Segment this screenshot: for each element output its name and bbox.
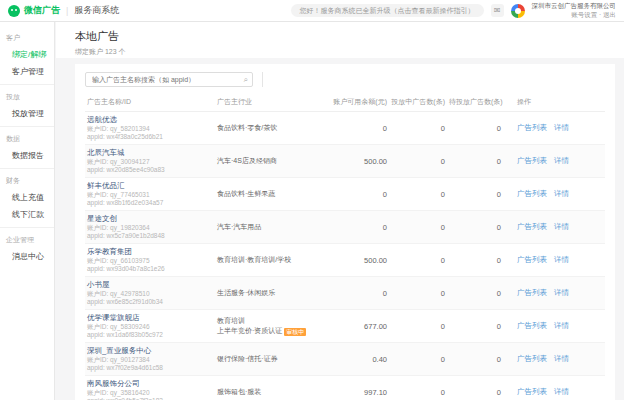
advertiser-appid: appid: wx8b1f6d2e034a57 bbox=[87, 199, 213, 207]
content-card: ⌕ 广告主名称/ID 广告主行业 账户可用余额(元) 投放中广告数(条) 待投放… bbox=[75, 64, 615, 400]
advertiser-account-id: 账户ID: qy_42978510 bbox=[87, 290, 213, 298]
advertiser-cell: 深圳_置业服务中心 账户ID: qy_90127384 appid: wx7f0… bbox=[85, 343, 215, 376]
running-cell: 0 bbox=[389, 343, 447, 376]
advertiser-name[interactable]: 南风服饰分公司 bbox=[87, 379, 213, 389]
detail-link[interactable]: 详情 bbox=[554, 123, 569, 132]
envelope-icon[interactable]: ✉ bbox=[491, 4, 504, 17]
ad-list-link[interactable]: 广告列表 bbox=[517, 354, 547, 363]
account-links[interactable]: 账号设置 · 退出 bbox=[532, 11, 617, 19]
industry-label: 教育培训·教育培训/学校 bbox=[217, 255, 325, 264]
detail-link[interactable]: 详情 bbox=[554, 387, 569, 396]
ad-list-link[interactable]: 广告列表 bbox=[517, 156, 547, 165]
sidebar-item[interactable]: 线下汇款 bbox=[0, 206, 54, 223]
balance-cell: 0 bbox=[327, 178, 389, 211]
detail-link[interactable]: 详情 bbox=[554, 354, 569, 363]
actions-cell: 广告列表详情 bbox=[503, 178, 605, 211]
ad-list-link[interactable]: 广告列表 bbox=[517, 123, 547, 132]
sidebar-section-label: 客户 bbox=[0, 31, 54, 46]
advertiser-account-id: 账户ID: qy_66103975 bbox=[87, 257, 213, 265]
pending-cell: 0 bbox=[447, 376, 503, 400]
brand-divider: | bbox=[66, 6, 68, 16]
advertiser-name[interactable]: 小书屋 bbox=[87, 280, 213, 290]
running-cell: 0 bbox=[389, 112, 447, 145]
account-info[interactable]: 深圳市云创广告服务有限公司 账号设置 · 退出 bbox=[532, 2, 617, 18]
advertiser-account-id: 账户ID: qy_90127384 bbox=[87, 356, 213, 364]
advertiser-cell: 北辰汽车城 账户ID: qy_30094127 appid: wx20d85ee… bbox=[85, 145, 215, 178]
advertiser-account-id: 账户ID: qy_77465031 bbox=[87, 191, 213, 199]
search-input[interactable] bbox=[90, 75, 244, 84]
detail-link[interactable]: 详情 bbox=[554, 288, 569, 297]
ad-list-link[interactable]: 广告列表 bbox=[517, 189, 547, 198]
sidebar-item[interactable]: 消息中心 bbox=[0, 248, 54, 265]
detail-link[interactable]: 详情 bbox=[554, 321, 569, 330]
notice-banner[interactable]: 您好！服务商系统已全新升级（点击查看最新操作指引） bbox=[291, 4, 484, 17]
sidebar-section: 企业管理 消息中心 bbox=[0, 227, 54, 269]
running-cell: 0 bbox=[389, 376, 447, 400]
detail-link[interactable]: 详情 bbox=[554, 156, 569, 165]
brand[interactable]: 微信广告 | 服务商系统 bbox=[8, 4, 119, 17]
advertiser-appid: appid: wx4f38a0c25d6b21 bbox=[87, 133, 213, 141]
search-box[interactable]: ⌕ bbox=[85, 72, 253, 87]
detail-link[interactable]: 详情 bbox=[554, 222, 569, 231]
balance-cell: 0.40 bbox=[327, 343, 389, 376]
sidebar-section: 客户 绑定/解绑 客户管理 bbox=[0, 26, 54, 84]
advertiser-name[interactable]: 优学课堂旗舰店 bbox=[87, 313, 213, 323]
sidebar-item[interactable]: 线上充值 bbox=[0, 189, 54, 206]
balance-cell: 500.00 bbox=[327, 145, 389, 178]
system-name: 服务商系统 bbox=[74, 4, 119, 17]
advertiser-cell: 鲜丰优品汇 账户ID: qy_77465031 appid: wx8b1f6d2… bbox=[85, 178, 215, 211]
avatar[interactable] bbox=[511, 4, 525, 18]
advertiser-account-id: 账户ID: qy_58201394 bbox=[87, 125, 213, 133]
advertiser-name[interactable]: 北辰汽车城 bbox=[87, 148, 213, 158]
search-icon[interactable]: ⌕ bbox=[244, 76, 248, 84]
actions-cell: 广告列表详情 bbox=[503, 310, 605, 343]
running-cell: 0 bbox=[389, 145, 447, 178]
advertiser-cell: 星途文创 账户ID: qy_19820364 appid: wx5c7a90e1… bbox=[85, 211, 215, 244]
table-row: 星途文创 账户ID: qy_19820364 appid: wx5c7a90e1… bbox=[85, 211, 605, 244]
sidebar-item[interactable]: 客户管理 bbox=[0, 63, 54, 80]
page-subtitle: 绑定账户 123 个 bbox=[75, 47, 624, 57]
ad-list-link[interactable]: 广告列表 bbox=[517, 387, 547, 396]
industry-label: 银行保险·信托·证券 bbox=[217, 354, 325, 363]
table-row: 乐学教育集团 账户ID: qy_66103975 appid: wx93d04b… bbox=[85, 244, 605, 277]
sidebar-item[interactable]: 绑定/解绑 bbox=[0, 46, 54, 63]
industry-cell: 汽车·4S店及经销商 bbox=[215, 145, 327, 178]
detail-link[interactable]: 详情 bbox=[554, 255, 569, 264]
table-row: 北辰汽车城 账户ID: qy_30094127 appid: wx20d85ee… bbox=[85, 145, 605, 178]
industry-cell: 食品饮料·零食/茶饮 bbox=[215, 112, 327, 145]
advertiser-account-id: 账户ID: qy_30094127 bbox=[87, 158, 213, 166]
advertiser-appid: appid: wx1da6f83b05c972 bbox=[87, 331, 213, 339]
ad-list-link[interactable]: 广告列表 bbox=[517, 321, 547, 330]
ad-list-link[interactable]: 广告列表 bbox=[517, 288, 547, 297]
detail-link[interactable]: 详情 bbox=[554, 189, 569, 198]
pending-cell: 0 bbox=[447, 343, 503, 376]
ad-list-link[interactable]: 广告列表 bbox=[517, 222, 547, 231]
actions-cell: 广告列表详情 bbox=[503, 244, 605, 277]
advertiser-name[interactable]: 乐学教育集团 bbox=[87, 247, 213, 257]
running-cell: 0 bbox=[389, 310, 447, 343]
advertiser-cell: 优学课堂旗舰店 账户ID: qy_58309246 appid: wx1da6f… bbox=[85, 310, 215, 343]
industry-label: 食品饮料·生鲜果蔬 bbox=[217, 189, 325, 198]
advertiser-name[interactable]: 星途文创 bbox=[87, 214, 213, 224]
balance-cell: 0 bbox=[327, 211, 389, 244]
actions-cell: 广告列表详情 bbox=[503, 277, 605, 310]
advertiser-appid: appid: wx6e85c2f91d0b34 bbox=[87, 298, 213, 306]
advertiser-name[interactable]: 鲜丰优品汇 bbox=[87, 181, 213, 191]
advertiser-name[interactable]: 深圳_置业服务中心 bbox=[87, 346, 213, 356]
advertiser-appid: appid: wx20d85ee4c90a83 bbox=[87, 166, 213, 174]
ad-list-link[interactable]: 广告列表 bbox=[517, 255, 547, 264]
sidebar-item[interactable]: 数据报告 bbox=[0, 147, 54, 164]
sidebar-item[interactable]: 投放管理 bbox=[0, 105, 54, 122]
sidebar-section-label: 投放 bbox=[0, 90, 54, 105]
wechat-logo-icon bbox=[8, 5, 20, 17]
industry-label: 食品饮料·零食/茶饮 bbox=[217, 123, 325, 132]
advertiser-account-id: 账户ID: qy_58309246 bbox=[87, 323, 213, 331]
advertiser-name[interactable]: 远航优选 bbox=[87, 115, 213, 125]
running-cell: 0 bbox=[389, 277, 447, 310]
industry-cell: 教育培训 上半年竞价·资质认证审核中 bbox=[215, 310, 327, 343]
table-row: 深圳_置业服务中心 账户ID: qy_90127384 appid: wx7f0… bbox=[85, 343, 605, 376]
industry-cell: 教育培训·教育培训/学校 bbox=[215, 244, 327, 277]
balance-cell: 500.00 bbox=[327, 244, 389, 277]
advertiser-account-id: 账户ID: qy_19820364 bbox=[87, 224, 213, 232]
status-badge: 审核中 bbox=[284, 328, 306, 336]
